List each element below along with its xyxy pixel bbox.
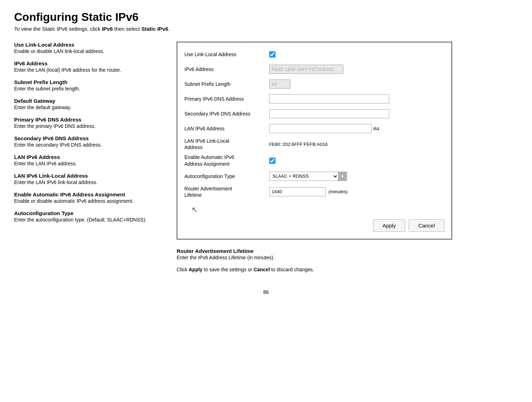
apply-note: Click Apply to save the settings or Canc… — [177, 267, 518, 272]
page-number: 86 — [14, 289, 518, 295]
left-field-5: Secondary IPv6 DNS AddressEnter the seco… — [14, 135, 166, 148]
form-row-label-0: Use Link-Local Address — [184, 51, 269, 58]
left-field-title-4: Primary IPv6 DNS Address — [14, 117, 166, 123]
form-row-3: Primary IPv6 DNS Address — [184, 93, 444, 105]
lan-ipv6-address-input[interactable] — [269, 124, 372, 133]
primary-dns-input[interactable] — [269, 94, 389, 104]
form-row-label-6: LAN IPv6 Link-LocalAddress — [184, 138, 269, 150]
form-row-5: LAN IPv6 Address/64 — [184, 123, 444, 134]
form-row-control-3 — [269, 94, 444, 104]
lan-ipv6-suffix: /64 — [373, 126, 379, 131]
form-row-control-4 — [269, 109, 444, 118]
form-row-6: LAN IPv6 Link-LocalAddressFE80::202:6FFF… — [184, 138, 444, 150]
left-field-8: Enable Automatic IPv6 Address Assignment… — [14, 191, 166, 204]
form-row-label-3: Primary IPv6 DNS Address — [184, 96, 269, 102]
bottom-section: Router Advertisement Lifetime Enter the … — [14, 248, 518, 279]
form-row-0: Use Link-Local Address — [184, 49, 444, 60]
left-field-6: LAN IPv6 AddressEnter the LAN IPv6 addre… — [14, 154, 166, 166]
autoconfig-select[interactable]: SLAAC + RDNSSSLAACStateful DHCPv6 — [270, 172, 338, 181]
left-field-3: Default GatewayEnter the default gateway… — [14, 98, 166, 110]
left-field-title-3: Default Gateway — [14, 98, 166, 104]
form-row-8: Autoconfiguration TypeSLAAC + RDNSSSLAAC… — [184, 171, 444, 182]
form-row-label-4: Secondary IPv6 DNS Address — [184, 111, 269, 117]
router-adv-desc: Enter the IPv6 Address Lifetime (in minu… — [177, 255, 518, 260]
form-row-control-0 — [269, 51, 444, 58]
form-row-label-1: IPv6 Address — [184, 66, 269, 72]
left-field-title-8: Enable Automatic IPv6 Address Assignment — [14, 191, 166, 197]
left-field-desc-0: Enable or disable LAN link-local address… — [14, 48, 166, 54]
router-adv-description: Router Advertisement Lifetime Enter the … — [177, 248, 518, 260]
secondary-dns-input[interactable] — [269, 109, 389, 118]
apply-note-text: Click Apply to save the settings or Canc… — [177, 267, 518, 272]
page-subtitle: To view the Static IPv6 settings, click … — [14, 26, 518, 32]
form-row-2: Subnet Prefix Length — [184, 78, 444, 90]
bottom-right-descriptions: Router Advertisement Lifetime Enter the … — [177, 248, 518, 279]
form-panel: Use Link-Local AddressIPv6 AddressSubnet… — [177, 42, 452, 240]
form-row-control-8: SLAAC + RDNSSSLAACStateful DHCPv6▼ — [269, 172, 444, 181]
left-field-desc-8: Enable or disable automatic IPv6 address… — [14, 198, 166, 204]
content-area: Use Link-Local AddressEnable or disable … — [14, 42, 518, 240]
form-row-4: Secondary IPv6 DNS Address — [184, 108, 444, 119]
left-field-7: LAN IPv6 Link-Local AddressEnter the LAN… — [14, 173, 166, 185]
left-field-title-7: LAN IPv6 Link-Local Address — [14, 173, 166, 179]
ipv6-address-input[interactable] — [269, 65, 343, 74]
form-row-control-2 — [269, 79, 444, 89]
right-area: Use Link-Local AddressIPv6 AddressSubnet… — [177, 42, 518, 240]
left-field-2: Subnet Prefix LengthEnter the subnet pre… — [14, 79, 166, 91]
form-row-7: Enable Automatic IPv6Address Assignment — [184, 154, 444, 167]
left-field-4: Primary IPv6 DNS AddressEnter the primar… — [14, 117, 166, 129]
cancel-button[interactable]: Cancel — [409, 219, 444, 232]
form-row-control-6: FE80::202:6FFF:FEFB:A016 — [269, 142, 444, 147]
left-descriptions: Use Link-Local AddressEnable or disable … — [14, 42, 177, 240]
left-field-desc-3: Enter the default gateway. — [14, 105, 166, 110]
cursor-icon: ↖ — [191, 205, 198, 214]
left-field-title-9: Autoconfiguration Type — [14, 210, 166, 216]
cursor-area: ↖ — [184, 202, 444, 214]
left-field-desc-7: Enter the LAN IPv6 link-local address. — [14, 179, 166, 185]
left-field-title-2: Subnet Prefix Length — [14, 79, 166, 85]
left-field-title-6: LAN IPv6 Address — [14, 154, 166, 160]
left-field-desc-4: Enter the primary IPv6 DNS address. — [14, 123, 166, 129]
form-row-control-9: (minutes) — [269, 187, 444, 196]
bottom-left-spacer — [14, 248, 177, 279]
left-field-desc-5: Enter the secondary IPv6 DNS address. — [14, 142, 166, 148]
left-field-9: Autoconfiguration TypeEnter the autoconf… — [14, 210, 166, 223]
left-field-desc-2: Enter the subnet prefix length. — [14, 86, 166, 91]
checkbox-0[interactable] — [269, 51, 276, 58]
subnet-prefix-input[interactable] — [269, 79, 290, 89]
left-field-title-5: Secondary IPv6 DNS Address — [14, 135, 166, 141]
left-field-desc-1: Enter the LAN (local) IPv6 address for t… — [14, 67, 166, 73]
autoconfig-select-wrap: SLAAC + RDNSSSLAACStateful DHCPv6▼ — [269, 172, 347, 181]
router-adv-title: Router Advertisement Lifetime — [177, 248, 518, 254]
button-row: ApplyCancel — [184, 219, 444, 232]
router-advertisement-lifetime-input[interactable] — [269, 187, 326, 196]
form-row-control-5: /64 — [269, 124, 444, 133]
checkbox-7[interactable] — [269, 158, 276, 164]
page-title: Configuring Static IPv6 — [14, 11, 518, 24]
left-field-title-0: Use Link-Local Address — [14, 42, 166, 48]
apply-button[interactable]: Apply — [373, 219, 406, 232]
left-field-title-1: IPv6 Address — [14, 60, 166, 66]
left-field-desc-6: Enter the LAN IPv6 address. — [14, 161, 166, 166]
form-row-label-5: LAN IPv6 Address — [184, 125, 269, 132]
form-row-label-8: Autoconfiguration Type — [184, 173, 269, 179]
left-field-desc-9: Enter the autoconfiguration type. (Defau… — [14, 217, 166, 223]
chevron-down-icon: ▼ — [338, 172, 347, 181]
form-row-control-1 — [269, 65, 444, 74]
form-row-label-9: Router AdvertisementLifetime — [184, 185, 269, 198]
form-row-9: Router AdvertisementLifetime(minutes) — [184, 185, 444, 198]
form-row-1: IPv6 Address — [184, 64, 444, 75]
form-row-control-7 — [269, 158, 444, 164]
lan-link-local-value: FE80::202:6FFF:FEFB:A016 — [269, 142, 327, 147]
left-field-0: Use Link-Local AddressEnable or disable … — [14, 42, 166, 54]
form-row-label-7: Enable Automatic IPv6Address Assignment — [184, 154, 269, 167]
left-field-1: IPv6 AddressEnter the LAN (local) IPv6 a… — [14, 60, 166, 73]
minutes-label: (minutes) — [329, 189, 348, 194]
form-row-label-2: Subnet Prefix Length — [184, 81, 269, 87]
